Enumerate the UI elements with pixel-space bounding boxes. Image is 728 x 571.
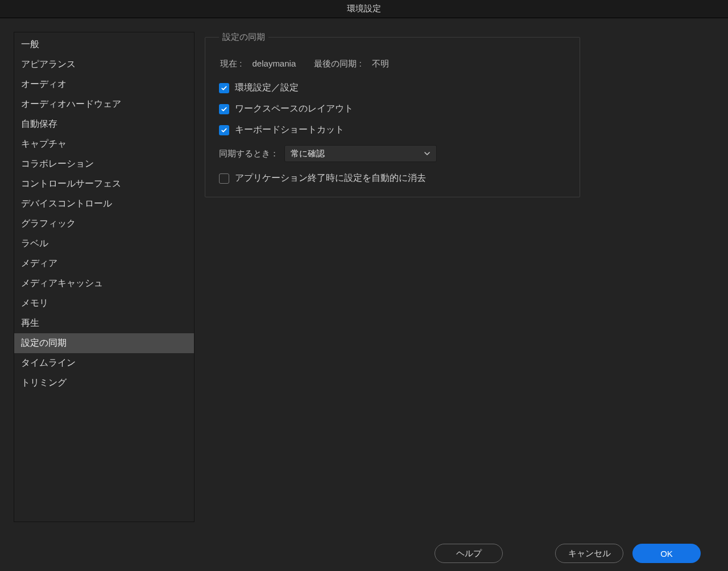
sidebar-item-label: タイムライン bbox=[21, 358, 76, 367]
sidebar-item-label: オーディオハードウェア bbox=[21, 99, 121, 109]
sidebar-item-6[interactable]: コラボレーション bbox=[14, 154, 194, 174]
sidebar-item-label: 再生 bbox=[21, 318, 39, 328]
dialog-footer: ヘルプ キャンセル OK bbox=[0, 536, 728, 571]
checkbox-clear-on-quit[interactable] bbox=[219, 173, 229, 184]
checkbox-shortcuts-label: キーボードショートカット bbox=[235, 124, 344, 136]
last-sync-label: 最後の同期 : 不明 bbox=[314, 59, 397, 68]
help-button[interactable]: ヘルプ bbox=[435, 544, 503, 563]
sidebar-item-4[interactable]: 自動保存 bbox=[14, 114, 194, 134]
sidebar-item-12[interactable]: メディアキャッシュ bbox=[14, 274, 194, 293]
sidebar-item-label: デバイスコントロール bbox=[21, 198, 112, 208]
sidebar-item-3[interactable]: オーディオハードウェア bbox=[14, 94, 194, 114]
sidebar-item-label: キャプチャ bbox=[21, 139, 67, 148]
sync-when-row: 同期するとき： 常に確認 bbox=[219, 145, 566, 162]
help-button-label: ヘルプ bbox=[456, 548, 482, 559]
sidebar-item-2[interactable]: オーディオ bbox=[14, 75, 194, 94]
checkbox-row-prefs[interactable]: 環境設定／設定 bbox=[219, 82, 566, 94]
main-panel: 設定の同期 現在 : delaymania 最後の同期 : 不明 環境設定／設定… bbox=[205, 32, 714, 522]
sidebar-item-10[interactable]: ラベル bbox=[14, 234, 194, 254]
sidebar-item-16[interactable]: タイムライン bbox=[14, 353, 194, 373]
group-legend: 設定の同期 bbox=[219, 32, 268, 43]
sidebar-item-5[interactable]: キャプチャ bbox=[14, 134, 194, 154]
sync-settings-group: 設定の同期 現在 : delaymania 最後の同期 : 不明 環境設定／設定… bbox=[205, 32, 580, 197]
sidebar-item-9[interactable]: グラフィック bbox=[14, 214, 194, 234]
cancel-button[interactable]: キャンセル bbox=[555, 544, 623, 563]
sidebar-item-15[interactable]: 設定の同期 bbox=[14, 333, 194, 353]
sync-when-label: 同期するとき： bbox=[219, 148, 279, 159]
sidebar-item-7[interactable]: コントロールサーフェス bbox=[14, 174, 194, 194]
ok-button[interactable]: OK bbox=[632, 544, 701, 563]
check-icon bbox=[221, 127, 228, 134]
sync-when-select[interactable]: 常に確認 bbox=[284, 145, 437, 162]
sidebar-item-label: メディアキャッシュ bbox=[21, 278, 103, 288]
ok-button-label: OK bbox=[660, 549, 673, 558]
sidebar-item-0[interactable]: 一般 bbox=[14, 35, 194, 55]
check-icon bbox=[221, 106, 228, 113]
checkbox-row-shortcuts[interactable]: キーボードショートカット bbox=[219, 124, 566, 136]
checkbox-shortcuts[interactable] bbox=[219, 125, 229, 135]
checkbox-prefs[interactable] bbox=[219, 83, 229, 93]
sidebar-item-17[interactable]: トリミング bbox=[14, 373, 194, 393]
sidebar-item-label: グラフィック bbox=[21, 218, 76, 228]
current-label: 現在 : delaymania bbox=[220, 59, 304, 68]
chevron-down-icon bbox=[424, 150, 431, 157]
checkbox-row-clear-on-quit[interactable]: アプリケーション終了時に設定を自動的に消去 bbox=[219, 172, 566, 184]
titlebar: 環境設定 bbox=[0, 0, 728, 18]
cancel-button-label: キャンセル bbox=[568, 548, 611, 559]
window-title: 環境設定 bbox=[347, 3, 381, 14]
sidebar-item-label: 一般 bbox=[21, 39, 39, 49]
sidebar-item-label: メモリ bbox=[21, 298, 48, 308]
sync-when-value: 常に確認 bbox=[291, 148, 325, 159]
check-icon bbox=[221, 85, 228, 92]
checkbox-clear-on-quit-label: アプリケーション終了時に設定を自動的に消去 bbox=[235, 172, 426, 184]
sidebar-item-label: アピアランス bbox=[21, 59, 76, 69]
sidebar-item-13[interactable]: メモリ bbox=[14, 293, 194, 313]
sidebar-item-11[interactable]: メディア bbox=[14, 254, 194, 274]
checkbox-prefs-label: 環境設定／設定 bbox=[235, 82, 299, 94]
checkbox-workspace[interactable] bbox=[219, 104, 229, 114]
sidebar-item-label: コントロールサーフェス bbox=[21, 179, 121, 188]
sidebar-item-label: オーディオ bbox=[21, 79, 67, 89]
sidebar-item-label: トリミング bbox=[21, 378, 67, 387]
sidebar-item-label: メディア bbox=[21, 258, 57, 268]
checkbox-row-workspace[interactable]: ワークスペースのレイアウト bbox=[219, 103, 566, 115]
sidebar-item-14[interactable]: 再生 bbox=[14, 313, 194, 333]
content-area: 一般アピアランスオーディオオーディオハードウェア自動保存キャプチャコラボレーショ… bbox=[0, 18, 728, 536]
sidebar-item-label: 設定の同期 bbox=[21, 338, 67, 347]
sidebar-item-label: コラボレーション bbox=[21, 159, 94, 168]
sync-info-line: 現在 : delaymania 最後の同期 : 不明 bbox=[220, 59, 566, 69]
preferences-sidebar: 一般アピアランスオーディオオーディオハードウェア自動保存キャプチャコラボレーショ… bbox=[14, 32, 195, 522]
checkbox-workspace-label: ワークスペースのレイアウト bbox=[235, 103, 353, 115]
sidebar-item-1[interactable]: アピアランス bbox=[14, 55, 194, 75]
sidebar-item-label: ラベル bbox=[21, 238, 48, 248]
sidebar-item-label: 自動保存 bbox=[21, 119, 57, 129]
sidebar-item-8[interactable]: デバイスコントロール bbox=[14, 194, 194, 214]
